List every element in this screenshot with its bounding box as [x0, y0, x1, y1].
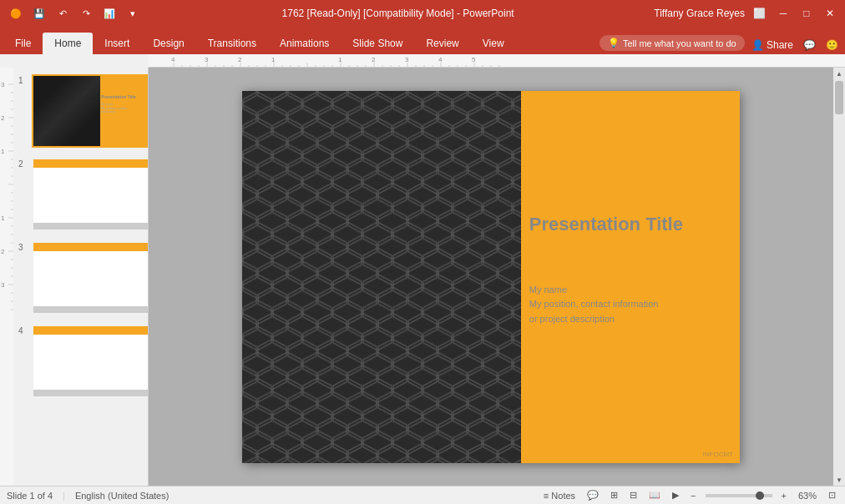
notes-icon: ≡ — [544, 491, 549, 501]
slide-watermark: INFOCMT — [703, 451, 733, 458]
thumb1-title: Presentation Title — [101, 94, 147, 99]
thumb1-hex-bg — [33, 76, 100, 146]
language-status[interactable]: English (United States) — [75, 491, 170, 501]
slide-hex-section — [242, 91, 521, 463]
slide-thumb-3[interactable]: 3 — [17, 239, 144, 316]
presentation-icon[interactable]: 📊 — [100, 4, 119, 23]
reading-view-button[interactable]: 📖 — [646, 489, 663, 501]
restore-button[interactable]: □ — [798, 5, 815, 22]
tab-home[interactable]: Home — [43, 33, 93, 54]
slide-number-2: 2 — [18, 158, 28, 169]
status-bar: Slide 1 of 4 | English (United States) ≡… — [0, 486, 845, 504]
thumb4-gray-bar — [33, 390, 149, 396]
status-bar-right: ≡ Notes 💬 ⊞ ⊟ 📖 ▶ − + 63% ⊡ — [541, 489, 838, 501]
slide-sorter-button[interactable]: ⊟ — [627, 489, 640, 501]
thumb1-subtitle: My nameMy position, contactinformation — [101, 103, 147, 114]
slide-preview-1[interactable]: Presentation Title My nameMy position, c… — [32, 74, 149, 148]
customize-qat-button[interactable]: ▾ — [124, 4, 142, 23]
status-divider: | — [63, 491, 65, 501]
slide-subtitle[interactable]: My name My position, contact information… — [529, 283, 721, 327]
scrollbar-right: ▲ ▼ — [833, 68, 845, 486]
zoom-plus-button[interactable]: + — [779, 490, 789, 501]
comments-status-button[interactable]: 💬 — [584, 489, 601, 501]
close-button[interactable]: ✕ — [822, 5, 838, 22]
canvas-area: Presentation Title My name My position, … — [149, 68, 833, 486]
powerpoint-icon: 🟠 — [7, 4, 25, 23]
tab-slideshow[interactable]: Slide Show — [341, 33, 414, 54]
thumb3-content — [37, 253, 145, 305]
tab-insert[interactable]: Insert — [93, 33, 141, 54]
title-bar-left: 🟠 💾 ↶ ↷ 📊 ▾ — [7, 4, 142, 23]
zoom-thumb — [756, 491, 764, 500]
lightbulb-icon: 💡 — [608, 38, 620, 48]
tell-me-input[interactable]: 💡 Tell me what you want to do — [600, 35, 745, 51]
ribbon-display-button[interactable]: ⬜ — [751, 5, 768, 22]
horizontal-ruler — [149, 54, 845, 68]
scroll-down-button[interactable]: ▼ — [833, 474, 845, 486]
fit-window-button[interactable]: ⊡ — [826, 489, 838, 501]
slideshow-button[interactable]: ▶ — [670, 489, 681, 501]
normal-view-button[interactable]: ⊞ — [608, 489, 620, 501]
notes-label: Notes — [551, 491, 575, 501]
slide-yellow-section: Presentation Title My name My position, … — [521, 91, 740, 463]
slide-preview-2[interactable] — [32, 158, 149, 231]
thumb3-gray-bar — [33, 306, 149, 313]
tab-view[interactable]: View — [471, 33, 516, 54]
tab-design[interactable]: Design — [141, 33, 195, 54]
slide-info: Slide 1 of 4 — [7, 491, 53, 501]
ribbon-right-actions: 👤 Share 💬 🙂 — [751, 39, 838, 51]
minimize-button[interactable]: ─ — [775, 5, 792, 22]
hex-pattern — [242, 91, 521, 463]
slide-thumb-1[interactable]: 1 Presentation Title My nameMy position,… — [17, 73, 144, 149]
scroll-thumb[interactable] — [835, 81, 843, 114]
thumb4-yellow-bar — [33, 326, 149, 335]
zoom-level[interactable]: 63% — [796, 490, 819, 501]
undo-button[interactable]: ↶ — [53, 4, 72, 23]
thumb2-gray-bar — [33, 223, 149, 229]
slide-preview-4[interactable] — [32, 325, 149, 398]
share-button[interactable]: 👤 Share — [751, 39, 793, 51]
tab-review[interactable]: Review — [414, 33, 470, 54]
thumb2-content — [37, 169, 145, 221]
title-bar-title: 1762 [Read-Only] [Compatibility Mode] - … — [282, 8, 514, 19]
slide-number-4: 4 — [18, 325, 28, 335]
subtitle-line3: or project description — [529, 312, 721, 327]
slide-number-1: 1 — [18, 74, 28, 85]
thumb3-yellow-bar — [33, 243, 149, 251]
notes-button[interactable]: ≡ Notes — [541, 490, 578, 501]
tab-transitions[interactable]: Transitions — [196, 33, 268, 54]
main-slide[interactable]: Presentation Title My name My position, … — [242, 91, 740, 463]
title-bar: 🟠 💾 ↶ ↷ 📊 ▾ 1762 [Read-Only] [Compatibil… — [0, 0, 845, 27]
slide-number-3: 3 — [18, 241, 28, 252]
subtitle-line2: My position, contact information — [529, 297, 721, 312]
username: Tiffany Grace Reyes — [654, 8, 745, 19]
tell-me-label: Tell me what you want to do — [623, 38, 736, 48]
zoom-slider[interactable] — [706, 494, 772, 497]
zoom-minus-button[interactable]: − — [688, 490, 698, 501]
ribbon-tabs: File Home Insert Design Transitions Anim… — [0, 27, 845, 54]
vertical-ruler — [0, 68, 13, 486]
svg-rect-4 — [242, 91, 521, 463]
subtitle-line1: My name — [529, 283, 721, 298]
slide-title[interactable]: Presentation Title — [529, 214, 721, 235]
slide-thumb-4[interactable]: 4 — [17, 323, 144, 400]
tab-file[interactable]: File — [3, 33, 43, 54]
save-qat-button[interactable]: 💾 — [30, 4, 48, 23]
scroll-up-button[interactable]: ▲ — [833, 68, 845, 79]
thumb2-yellow-bar — [33, 159, 149, 168]
title-bar-right: Tiffany Grace Reyes ⬜ ─ □ ✕ — [654, 5, 838, 22]
slide-preview-3[interactable] — [32, 241, 149, 315]
thumb4-content — [37, 336, 145, 388]
slide-thumb-2[interactable]: 2 — [17, 156, 144, 233]
smiley-button[interactable]: 🙂 — [826, 39, 838, 51]
tab-animations[interactable]: Animations — [268, 33, 341, 54]
comments-button[interactable]: 💬 — [803, 39, 816, 51]
slides-panel: 1 Presentation Title My nameMy position,… — [13, 68, 149, 486]
redo-button[interactable]: ↷ — [77, 4, 95, 23]
